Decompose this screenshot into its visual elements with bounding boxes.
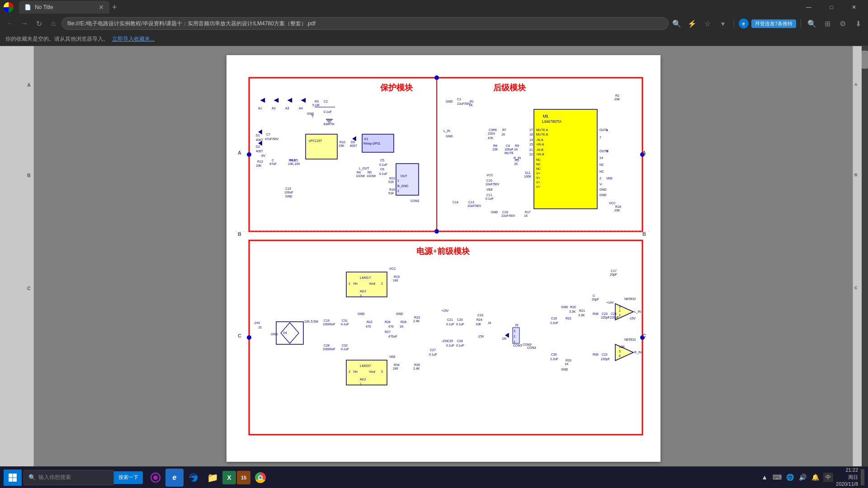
toolbar-search-icon[interactable]: 🔍: [806, 17, 818, 30]
taskbar-app-ie[interactable]: e: [165, 469, 184, 487]
taskbar-app-chrome[interactable]: [251, 469, 269, 487]
svg-point-11: [247, 335, 251, 340]
svg-text:R16: R16: [389, 188, 395, 191]
svg-text:0.1uF: 0.1uF: [379, 163, 387, 166]
pdf-area[interactable]: 保护模块 后级模块 电源+前级模块: [34, 46, 853, 466]
svg-text:MUTE A: MUTE A: [536, 128, 548, 131]
collections-icon[interactable]: ⊞: [821, 17, 834, 30]
svg-text:22: 22: [529, 153, 533, 156]
math-icon: 15: [241, 475, 246, 480]
tab-bar: 📄 No Title ✕ +: [19, 0, 798, 14]
svg-text:0.1uF: 0.1uF: [446, 323, 454, 326]
scrollbar-thumb[interactable]: [862, 51, 868, 69]
tray-upload-icon[interactable]: ▲: [759, 472, 770, 483]
tray-network-icon[interactable]: 🌐: [784, 472, 795, 483]
search-icon[interactable]: 🔍: [670, 17, 683, 30]
svg-text:C28: C28: [324, 344, 330, 347]
taskbar-search-box[interactable]: 🔍 输入你想搜索: [24, 470, 114, 485]
download-icon[interactable]: ⬇: [852, 17, 864, 30]
svg-text:Vout: Vout: [369, 282, 375, 285]
home-button[interactable]: ⌂: [47, 17, 60, 30]
tray-notification-icon[interactable]: 🔔: [810, 472, 821, 483]
tray-volume-icon[interactable]: 🔊: [797, 472, 808, 483]
svg-text:15K: 15K: [339, 144, 344, 147]
svg-text:470uF: 470uF: [388, 335, 397, 338]
taskbar-app-cortana[interactable]: [146, 469, 165, 487]
search-go-button[interactable]: 搜索一下: [114, 471, 143, 484]
pdf-page: 保护模块 后级模块 电源+前级模块: [226, 55, 660, 462]
forward-button[interactable]: →: [18, 17, 31, 30]
svg-text:0.1uF: 0.1uF: [429, 353, 437, 356]
tray-keyboard-icon[interactable]: ⌨: [772, 472, 783, 483]
svg-text:2: 2: [349, 370, 350, 373]
svg-text:100uF: 100uF: [284, 191, 293, 194]
svg-text:2: 2: [397, 189, 399, 192]
svg-text:C24: C24: [611, 312, 617, 315]
svg-text:2: 2: [514, 335, 515, 338]
svg-text:R5: R5: [368, 171, 372, 174]
tab-close-button[interactable]: ✕: [99, 4, 104, 11]
taskbar-app-math[interactable]: 15: [237, 471, 250, 484]
close-button[interactable]: ✕: [844, 0, 864, 14]
svg-text:3: 3: [619, 305, 621, 309]
svg-text:4007: 4007: [256, 150, 263, 153]
refresh-button[interactable]: ↻: [33, 17, 45, 30]
start-button[interactable]: [4, 469, 22, 486]
svg-text:C5: C5: [380, 159, 384, 162]
edge-icon: [188, 472, 199, 483]
svg-text:1: 1: [619, 309, 621, 312]
back-button[interactable]: ←: [4, 17, 16, 30]
svg-text:U1: U1: [543, 114, 548, 118]
svg-text:0.1uF: 0.1uF: [486, 197, 494, 200]
taskbar-app-explorer[interactable]: 📁: [203, 469, 222, 487]
language-indicator[interactable]: 中: [823, 473, 833, 482]
taskbar-app-edge[interactable]: [184, 469, 203, 487]
svg-text:0.1uF: 0.1uF: [341, 323, 349, 326]
chrome-icon: [255, 472, 266, 483]
maximize-button[interactable]: □: [821, 0, 842, 14]
taskbar-app-excel[interactable]: X: [222, 471, 236, 484]
svg-text:C10: C10: [486, 179, 492, 182]
svg-text:K1: K1: [364, 137, 368, 141]
profile-button[interactable]: 拜登连发7条推特: [751, 19, 796, 28]
svg-rect-99: [534, 109, 597, 209]
svg-text:C: C: [238, 333, 241, 338]
svg-text:+IN A: +IN A: [536, 143, 544, 146]
svg-text:4007: 4007: [350, 144, 357, 147]
svg-text:-15V: -15V: [629, 317, 636, 320]
minimize-button[interactable]: —: [798, 0, 819, 14]
svg-text:D5: D5: [502, 337, 506, 340]
svg-text:1: 1: [397, 179, 399, 182]
active-tab[interactable]: 📄 No Title ✕: [19, 1, 109, 14]
svg-text:17: 17: [529, 128, 533, 131]
scrollbar-right[interactable]: [862, 46, 868, 466]
new-tab-button[interactable]: +: [112, 3, 117, 12]
star-dropdown-icon[interactable]: ▾: [717, 17, 729, 30]
svg-text:R26: R26: [385, 320, 391, 324]
svg-text:R36: R36: [593, 353, 599, 356]
svg-text:4007: 4007: [256, 138, 263, 141]
lightning-icon[interactable]: ⚡: [686, 17, 698, 30]
svg-text:C4: C4: [506, 144, 510, 147]
svg-text:ADJ: ADJ: [360, 378, 366, 381]
svg-text:R22: R22: [566, 317, 571, 320]
svg-text:CON3: CON3: [513, 344, 522, 347]
scrollbar-track[interactable]: [862, 46, 868, 466]
svg-text:GND: GND: [446, 100, 453, 103]
svg-text:-15V: -15V: [477, 335, 484, 338]
svg-text:0.1uF: 0.1uF: [379, 172, 387, 175]
star-icon[interactable]: ☆: [701, 17, 714, 30]
address-input[interactable]: file:///E:/电子电路设计实例教程/毕设资料/课题十：实用音频功率放大器…: [61, 17, 669, 30]
svg-text:51K: 51K: [388, 192, 394, 195]
import-bookmarks-link[interactable]: 立即导入收藏夹...: [112, 35, 155, 43]
svg-text:A2: A2: [272, 107, 276, 110]
svg-text:R_IN: R_IN: [634, 351, 642, 354]
show-desktop-button[interactable]: [861, 469, 864, 485]
svg-text:R21: R21: [579, 309, 585, 312]
svg-text:Relay-DP01: Relay-DP01: [363, 142, 381, 145]
settings-icon[interactable]: ⚙: [836, 17, 849, 30]
svg-rect-290: [9, 478, 13, 482]
svg-text:R18: R18: [615, 205, 621, 208]
svg-text:14: 14: [529, 138, 533, 141]
svg-text:220pF: 220pF: [601, 357, 610, 361]
